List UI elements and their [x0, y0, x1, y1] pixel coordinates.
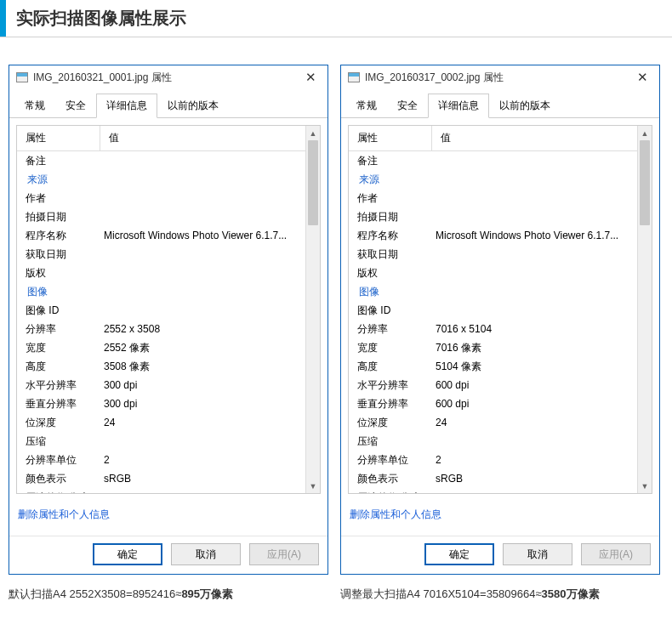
- tab-2[interactable]: 详细信息: [96, 94, 157, 118]
- property-value: 24: [432, 413, 637, 432]
- link-row: 删除属性和个人信息: [16, 494, 321, 530]
- remove-properties-link[interactable]: 删除属性和个人信息: [18, 508, 110, 520]
- property-row[interactable]: 水平分辨率600 dpi: [349, 376, 637, 394]
- column-property[interactable]: 属性: [349, 126, 432, 150]
- property-value: 2552 像素: [100, 338, 305, 357]
- property-row[interactable]: 位深度24: [17, 413, 305, 432]
- property-value: sRGB: [432, 469, 637, 488]
- column-property[interactable]: 属性: [17, 126, 100, 150]
- tab-content: 属性值备注来源作者拍摄日期程序名称Microsoft Windows Photo…: [341, 118, 659, 536]
- scroll-up-icon[interactable]: ▲: [638, 126, 652, 140]
- close-icon[interactable]: ✕: [300, 70, 321, 85]
- property-label: 备注: [17, 151, 100, 170]
- property-row[interactable]: 垂直分辨率600 dpi: [349, 394, 637, 413]
- property-value: [100, 151, 305, 170]
- property-row[interactable]: 作者: [349, 189, 637, 207]
- property-value: [432, 189, 637, 207]
- property-row[interactable]: 拍摄日期: [349, 207, 637, 226]
- property-row[interactable]: 水平分辨率300 dpi: [17, 376, 305, 394]
- tab-content: 属性值备注来源作者拍摄日期程序名称Microsoft Windows Photo…: [9, 118, 327, 536]
- properties-dialog: IMG_20160321_0001.jpg 属性✕常规安全详细信息以前的版本属性…: [9, 65, 328, 575]
- property-list: 属性值备注来源作者拍摄日期程序名称Microsoft Windows Photo…: [16, 125, 321, 494]
- property-row[interactable]: 获取日期: [349, 245, 637, 264]
- property-row[interactable]: 压缩的位/像素: [17, 488, 305, 493]
- property-row[interactable]: 高度5104 像素: [349, 357, 637, 376]
- property-row[interactable]: 版权: [349, 264, 637, 282]
- property-value: 300 dpi: [100, 376, 305, 394]
- remove-properties-link[interactable]: 删除属性和个人信息: [350, 508, 441, 520]
- property-value: 24: [100, 413, 305, 432]
- scroll-down-icon[interactable]: ▼: [306, 479, 320, 493]
- property-label: 宽度: [17, 338, 100, 357]
- property-row[interactable]: 备注: [17, 151, 305, 170]
- vertical-scrollbar[interactable]: ▲▼: [637, 126, 652, 493]
- property-row[interactable]: 分辨率单位2: [349, 451, 637, 469]
- property-row[interactable]: 垂直分辨率300 dpi: [17, 394, 305, 413]
- property-row[interactable]: 分辨率2552 x 3508: [17, 320, 305, 338]
- tab-0[interactable]: 常规: [346, 94, 387, 118]
- window-title: IMG_20160321_0001.jpg 属性: [33, 71, 300, 85]
- property-row[interactable]: 程序名称Microsoft Windows Photo Viewer 6.1.7…: [17, 226, 305, 245]
- property-row[interactable]: 拍摄日期: [17, 207, 305, 226]
- property-section: 图像: [349, 282, 637, 301]
- property-row[interactable]: 高度3508 像素: [17, 357, 305, 376]
- property-row[interactable]: 宽度2552 像素: [17, 338, 305, 357]
- scrollbar-track[interactable]: [306, 140, 320, 479]
- property-row[interactable]: 宽度7016 像素: [349, 338, 637, 357]
- property-label: 作者: [17, 189, 100, 207]
- tab-1[interactable]: 安全: [387, 94, 428, 118]
- property-header-row: 属性值: [17, 126, 305, 151]
- property-row[interactable]: 图像 ID: [349, 301, 637, 320]
- property-value: [432, 488, 637, 493]
- property-label: 程序名称: [349, 226, 432, 245]
- property-row[interactable]: 图像 ID: [17, 301, 305, 320]
- property-value: [100, 189, 305, 207]
- property-value: [100, 488, 305, 493]
- close-icon[interactable]: ✕: [632, 70, 652, 85]
- property-label: 压缩: [17, 432, 100, 451]
- ok-button[interactable]: 确定: [424, 543, 494, 565]
- property-row[interactable]: 获取日期: [17, 245, 305, 264]
- image-file-icon: [16, 72, 28, 82]
- property-row[interactable]: 作者: [17, 189, 305, 207]
- scroll-down-icon[interactable]: ▼: [638, 479, 652, 493]
- property-row[interactable]: 颜色表示sRGB: [17, 469, 305, 488]
- tab-3[interactable]: 以前的版本: [489, 94, 561, 118]
- tab-0[interactable]: 常规: [14, 94, 55, 118]
- property-row[interactable]: 版权: [17, 264, 305, 282]
- property-row[interactable]: 位深度24: [349, 413, 637, 432]
- property-row[interactable]: 压缩: [349, 432, 637, 451]
- property-label: 垂直分辨率: [349, 394, 432, 413]
- column-value[interactable]: 值: [432, 126, 459, 150]
- property-row[interactable]: 分辨率7016 x 5104: [349, 320, 637, 338]
- property-row[interactable]: 颜色表示sRGB: [349, 469, 637, 488]
- property-label: 水平分辨率: [17, 376, 100, 394]
- property-row[interactable]: 程序名称Microsoft Windows Photo Viewer 6.1.7…: [349, 226, 637, 245]
- window-titlebar: IMG_20160321_0001.jpg 属性✕: [9, 65, 327, 89]
- column-value[interactable]: 值: [100, 126, 128, 150]
- cancel-button[interactable]: 取消: [503, 543, 572, 565]
- scrollbar-track[interactable]: [638, 140, 652, 479]
- tab-3[interactable]: 以前的版本: [157, 94, 229, 118]
- cancel-button[interactable]: 取消: [171, 543, 241, 565]
- property-row[interactable]: 压缩: [17, 432, 305, 451]
- vertical-scrollbar[interactable]: ▲▼: [305, 126, 320, 493]
- ok-button[interactable]: 确定: [93, 543, 162, 565]
- property-section: 来源: [17, 170, 305, 189]
- tab-2[interactable]: 详细信息: [428, 94, 489, 118]
- property-row[interactable]: 分辨率单位2: [17, 451, 305, 469]
- property-row[interactable]: 压缩的位/像素: [349, 488, 637, 493]
- captions-row: 默认扫描A4 2552X3508=8952416≈895万像素调整最大扫描A4 …: [0, 585, 672, 614]
- caption-prefix: 默认扫描A4: [9, 587, 66, 600]
- caption: 调整最大扫描A4 7016X5104=35809664≈3580万像素: [340, 587, 660, 602]
- property-list: 属性值备注来源作者拍摄日期程序名称Microsoft Windows Photo…: [348, 125, 652, 494]
- scrollbar-thumb[interactable]: [308, 140, 318, 225]
- property-label: 获取日期: [17, 245, 100, 264]
- scrollbar-thumb[interactable]: [640, 140, 650, 225]
- property-label: 分辨率单位: [349, 451, 432, 469]
- caption-bold: 895万像素: [181, 587, 233, 600]
- tab-1[interactable]: 安全: [55, 94, 96, 118]
- property-row[interactable]: 备注: [349, 151, 637, 170]
- property-value: [100, 245, 305, 264]
- scroll-up-icon[interactable]: ▲: [306, 126, 320, 140]
